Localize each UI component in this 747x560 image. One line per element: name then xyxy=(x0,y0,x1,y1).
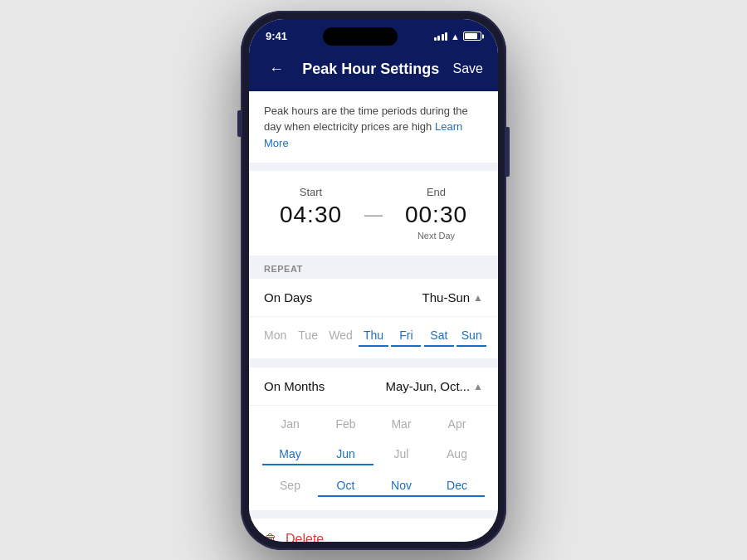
battery-icon xyxy=(463,32,481,41)
phone-frame: 9:41 ▲ ← Peak Hour Settings Save xyxy=(241,11,506,550)
phone-screen: 9:41 ▲ ← Peak Hour Settings Save xyxy=(249,19,498,542)
day-fri[interactable]: Fri xyxy=(391,325,421,347)
month-selector: Jan Feb Mar Apr May Jun Jul Aug Sep Oct … xyxy=(249,406,498,510)
on-months-row[interactable]: On Months May-Jun, Oct... ▲ xyxy=(249,368,498,406)
end-value: 00:30 xyxy=(405,202,467,228)
month-sep[interactable]: Sep xyxy=(262,475,318,497)
on-months-value: May-Jun, Oct... ▲ xyxy=(385,379,483,393)
day-mon[interactable]: Mon xyxy=(261,325,290,347)
month-apr[interactable]: Apr xyxy=(429,414,485,434)
repeat-header: REPEAT xyxy=(249,256,498,279)
month-may[interactable]: May xyxy=(262,444,318,465)
day-wed[interactable]: Wed xyxy=(326,325,356,347)
delete-button[interactable]: Delete xyxy=(286,532,324,542)
on-months-label: On Months xyxy=(264,379,325,393)
day-sat[interactable]: Sat xyxy=(424,325,454,347)
time-section: Start 04:30 — End 00:30 Next Day xyxy=(249,171,498,256)
time-row: Start 04:30 — End 00:30 Next Day xyxy=(266,186,481,241)
on-months-card: On Months May-Jun, Oct... ▲ Jan Feb Mar … xyxy=(249,368,498,510)
on-days-value: Thu-Sun ▲ xyxy=(422,290,483,304)
month-mar[interactable]: Mar xyxy=(374,414,429,434)
month-oct[interactable]: Oct xyxy=(318,475,374,497)
page-title: Peak Hour Settings xyxy=(302,61,439,78)
status-icons: ▲ xyxy=(434,32,481,41)
status-time: 9:41 xyxy=(266,30,287,42)
start-time-block[interactable]: Start 04:30 xyxy=(266,186,356,228)
month-aug[interactable]: Aug xyxy=(429,444,485,465)
day-thu[interactable]: Thu xyxy=(359,325,388,347)
month-jul[interactable]: Jul xyxy=(374,444,429,465)
month-feb[interactable]: Feb xyxy=(318,414,374,434)
save-button[interactable]: Save xyxy=(453,61,483,76)
end-sub: Next Day xyxy=(417,231,455,241)
on-days-card: On Days Thu-Sun ▲ Mon Tue Wed Thu Fri Sa… xyxy=(249,279,498,359)
back-button[interactable]: ← xyxy=(264,59,289,80)
day-sun[interactable]: Sun xyxy=(456,325,486,347)
status-bar: 9:41 ▲ xyxy=(249,19,498,51)
month-nov[interactable]: Nov xyxy=(374,475,429,497)
month-dec[interactable]: Dec xyxy=(429,475,485,497)
signal-icon xyxy=(434,32,448,41)
month-jan[interactable]: Jan xyxy=(262,414,318,434)
on-days-row[interactable]: On Days Thu-Sun ▲ xyxy=(249,279,498,317)
wifi-icon: ▲ xyxy=(451,32,460,41)
time-separator: — xyxy=(356,204,391,226)
delete-section[interactable]: 🗑 Delete xyxy=(249,519,498,542)
chevron-up-icon-months: ▲ xyxy=(473,381,483,392)
delete-icon: 🗑 xyxy=(264,532,277,542)
main-content: Peak hours are the time periods during t… xyxy=(249,91,498,542)
day-tue[interactable]: Tue xyxy=(293,325,323,347)
nav-bar: ← Peak Hour Settings Save xyxy=(249,51,498,91)
start-value: 04:30 xyxy=(280,202,342,228)
info-section: Peak hours are the time periods during t… xyxy=(249,91,498,163)
end-time-block[interactable]: End 00:30 Next Day xyxy=(391,186,481,241)
dynamic-island xyxy=(323,27,398,46)
chevron-up-icon: ▲ xyxy=(473,292,483,304)
start-label: Start xyxy=(300,186,322,198)
day-selector: Mon Tue Wed Thu Fri Sat Sun xyxy=(249,317,498,359)
on-days-label: On Days xyxy=(264,290,312,304)
month-jun[interactable]: Jun xyxy=(318,444,374,465)
end-label: End xyxy=(427,186,446,198)
